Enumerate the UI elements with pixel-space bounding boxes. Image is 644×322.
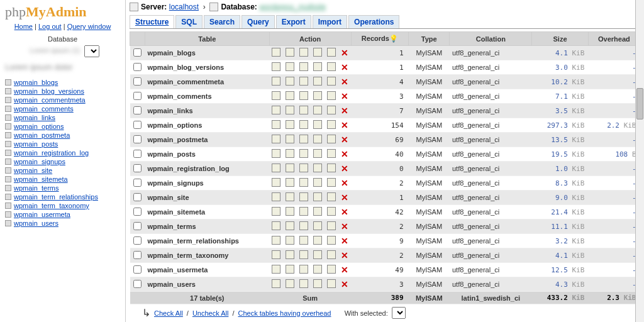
- drop-icon[interactable]: ✕: [341, 279, 348, 289]
- table-name[interactable]: wpmain_posts: [145, 147, 270, 162]
- sidebar-table-link[interactable]: wpmain_commentmeta: [14, 96, 86, 104]
- col-type[interactable]: Type: [409, 32, 450, 46]
- tab-operations[interactable]: Operations: [348, 15, 399, 28]
- structure-icon[interactable]: [286, 77, 294, 86]
- structure-icon[interactable]: [286, 207, 294, 216]
- table-name[interactable]: wpmain_site: [145, 191, 270, 205]
- sidebar-table-link[interactable]: wpmain_sitemeta: [14, 175, 68, 183]
- sidebar-table-link[interactable]: wpmain_posts: [14, 140, 58, 148]
- insert-icon[interactable]: [313, 77, 322, 86]
- drop-icon[interactable]: ✕: [341, 192, 348, 203]
- browse-icon[interactable]: [272, 135, 280, 143]
- insert-icon[interactable]: [313, 164, 322, 172]
- sidebar-table-link[interactable]: wpmain_signups: [14, 158, 65, 165]
- row-checkbox[interactable]: [133, 150, 142, 158]
- insert-icon[interactable]: [313, 265, 322, 274]
- drop-icon[interactable]: ✕: [341, 164, 348, 174]
- uncheck-all-link[interactable]: Uncheck All: [192, 309, 228, 317]
- row-checkbox[interactable]: [133, 179, 142, 187]
- structure-icon[interactable]: [286, 149, 294, 158]
- sidebar-table-link[interactable]: wpmain_links: [14, 114, 55, 121]
- browse-icon[interactable]: [272, 120, 280, 129]
- browse-icon[interactable]: [272, 62, 280, 71]
- browse-icon[interactable]: [272, 106, 280, 114]
- empty-icon[interactable]: [327, 221, 336, 230]
- structure-icon[interactable]: [286, 164, 294, 172]
- insert-icon[interactable]: [313, 106, 322, 114]
- search-icon[interactable]: [299, 192, 308, 201]
- insert-icon[interactable]: [313, 192, 322, 201]
- row-checkbox[interactable]: [133, 77, 142, 86]
- sidebar-table-link[interactable]: wpmain_usermeta: [14, 211, 70, 218]
- structure-icon[interactable]: [286, 106, 294, 114]
- structure-icon[interactable]: [286, 62, 294, 71]
- structure-icon[interactable]: [286, 236, 294, 245]
- vertical-scrollbar[interactable]: [635, 0, 644, 322]
- tab-structure[interactable]: Structure: [130, 15, 174, 28]
- insert-icon[interactable]: [313, 62, 322, 71]
- browse-icon[interactable]: [272, 207, 280, 216]
- empty-icon[interactable]: [327, 250, 336, 259]
- insert-icon[interactable]: [313, 135, 322, 143]
- drop-icon[interactable]: ✕: [341, 221, 348, 231]
- insert-icon[interactable]: [313, 178, 322, 187]
- sidebar-table-link[interactable]: wpmain_blogs: [14, 79, 58, 86]
- col-records[interactable]: Records💡: [351, 32, 408, 46]
- empty-icon[interactable]: [327, 178, 336, 187]
- empty-icon[interactable]: [327, 149, 336, 158]
- empty-icon[interactable]: [327, 279, 336, 288]
- structure-icon[interactable]: [286, 120, 294, 129]
- logout-link[interactable]: Log out: [38, 23, 62, 30]
- sidebar-table-link[interactable]: wpmain_term_relationships: [14, 193, 98, 201]
- sidebar-table-link[interactable]: wpmain_term_taxonomy: [14, 202, 89, 209]
- search-icon[interactable]: [299, 135, 308, 143]
- structure-icon[interactable]: [286, 265, 294, 274]
- search-icon[interactable]: [299, 77, 308, 86]
- search-icon[interactable]: [299, 178, 308, 187]
- table-name[interactable]: wpmain_term_relationships: [145, 234, 270, 248]
- search-icon[interactable]: [299, 106, 308, 114]
- browse-icon[interactable]: [272, 149, 280, 158]
- drop-icon[interactable]: ✕: [341, 120, 348, 130]
- empty-icon[interactable]: [327, 192, 336, 201]
- insert-icon[interactable]: [313, 48, 322, 57]
- drop-icon[interactable]: ✕: [341, 178, 348, 188]
- table-name[interactable]: wpmain_users: [145, 277, 270, 292]
- search-icon[interactable]: [299, 62, 308, 71]
- browse-icon[interactable]: [272, 48, 280, 57]
- structure-icon[interactable]: [286, 250, 294, 259]
- search-icon[interactable]: [299, 236, 308, 245]
- insert-icon[interactable]: [313, 279, 322, 288]
- row-checkbox[interactable]: [133, 106, 142, 114]
- table-name[interactable]: wpmain_registration_log: [145, 162, 270, 176]
- database-select[interactable]: [84, 45, 99, 57]
- browse-icon[interactable]: [272, 77, 280, 86]
- table-name[interactable]: wpmain_blogs: [145, 46, 270, 60]
- tab-query[interactable]: Query: [242, 15, 275, 28]
- sidebar-table-link[interactable]: wpmain_postmeta: [14, 131, 70, 139]
- structure-icon[interactable]: [286, 178, 294, 187]
- search-icon[interactable]: [299, 279, 308, 288]
- insert-icon[interactable]: [313, 149, 322, 158]
- empty-icon[interactable]: [327, 164, 336, 172]
- row-checkbox[interactable]: [133, 135, 142, 143]
- table-name[interactable]: wpmain_sitemeta: [145, 205, 270, 219]
- browse-icon[interactable]: [272, 164, 280, 172]
- row-checkbox[interactable]: [133, 63, 142, 71]
- sidebar-table-link[interactable]: wpmain_comments: [14, 105, 74, 113]
- sidebar-table-link[interactable]: wpmain_registration_log: [14, 149, 89, 157]
- sidebar-table-link[interactable]: wpmain_site: [14, 167, 52, 174]
- table-name[interactable]: wpmain_comments: [145, 89, 270, 104]
- drop-icon[interactable]: ✕: [341, 77, 348, 87]
- table-name[interactable]: wpmain_options: [145, 118, 270, 133]
- structure-icon[interactable]: [286, 91, 294, 100]
- scrollbar-thumb[interactable]: [636, 88, 643, 119]
- table-name[interactable]: wpmain_postmeta: [145, 133, 270, 147]
- row-checkbox[interactable]: [133, 222, 142, 230]
- drop-icon[interactable]: ✕: [341, 265, 348, 275]
- insert-icon[interactable]: [313, 221, 322, 230]
- empty-icon[interactable]: [327, 106, 336, 114]
- insert-icon[interactable]: [313, 120, 322, 129]
- sidebar-table-link[interactable]: wpmain_terms: [14, 184, 59, 192]
- row-checkbox[interactable]: [133, 208, 142, 216]
